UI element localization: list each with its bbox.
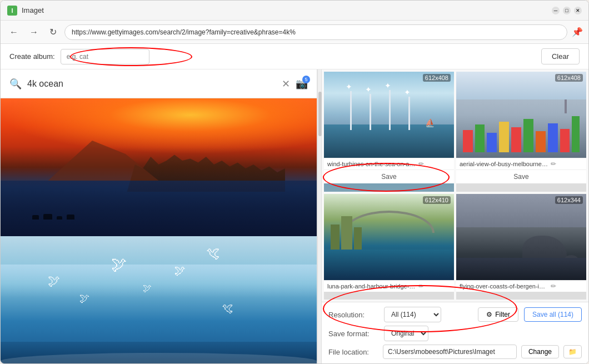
back-button[interactable]: ← [6, 25, 22, 39]
search-icon: 🔍 [9, 78, 22, 90]
save-button-0[interactable]: Save [324, 169, 454, 183]
image-dims-0: 612x408 [423, 74, 451, 82]
window-controls: ─ □ ✕ [552, 7, 582, 14]
file-location-label: File location: [328, 348, 378, 356]
resolution-label: Resolution: [328, 311, 378, 319]
app-icon: I [7, 6, 17, 16]
edit-icon-3[interactable]: ✏ [551, 282, 556, 290]
edit-icon-0[interactable]: ✏ [418, 160, 424, 168]
filter-icon: ⚙ [486, 311, 492, 318]
close-button[interactable]: ✕ [574, 7, 582, 14]
image-dims-3: 612x344 [555, 196, 583, 204]
caption-text-3: flying-over-coasts-of-bergen-in-th [460, 283, 548, 290]
main-window: I Imaget ─ □ ✕ ← → ↻ 📌 Create album: Cle… [0, 0, 589, 364]
grid-item-luna-park: 612x410 luna-park-and-harbour-bridge-in-… [324, 194, 454, 300]
grid-item-bergen: 612x344 flying-over-coasts-of-bergen-in-… [456, 194, 586, 300]
caption-text-2: luna-park-and-harbour-bridge-in-s [327, 283, 416, 290]
left-image-bottom: 🕊 🕊 🕊 🕊 🕊 🕊 🕊 [1, 236, 317, 363]
change-button[interactable]: Change [521, 345, 559, 358]
file-location-input[interactable] [383, 345, 517, 359]
image-dims-1: 612x408 [555, 74, 583, 82]
minimize-button[interactable]: ─ [552, 7, 560, 14]
left-images-scroll[interactable]: 🕊 🕊 🕊 🕊 🕊 🕊 🕊 [1, 98, 317, 363]
collection-badge: 5 [302, 76, 310, 83]
save-format-select[interactable]: OriginalJPGPNGWEBP [384, 326, 428, 341]
caption-0: wind-turbines-on-the-sea-on-a-sur ✏ [324, 158, 454, 169]
bottom-controls: Resolution: All (114)4K (12)HD (48)Full … [322, 302, 588, 363]
caption-text-1: aerial-view-of-busy-melbourne-po [460, 161, 548, 167]
save-all-button[interactable]: Save all (114) [524, 307, 582, 322]
title-bar: I Imaget ─ □ ✕ [1, 1, 588, 21]
grid-item-melbourne: 612x408 aerial-view-of-busy-melbourne-po… [456, 72, 586, 192]
refresh-button[interactable]: ↻ [46, 24, 60, 39]
edit-icon-2[interactable]: ✏ [418, 282, 424, 290]
image-dims-2: 612x410 [423, 196, 451, 204]
save-button-1[interactable]: Save [456, 169, 586, 183]
left-image-top [1, 98, 317, 236]
caption-3: flying-over-coasts-of-bergen-in-th ✏ [456, 280, 586, 292]
search-input[interactable] [27, 79, 276, 89]
create-album-label: Create album: [9, 52, 55, 61]
file-location-row: File location: Change 📁 [328, 345, 582, 359]
caption-text-0: wind-turbines-on-the-sea-on-a-sur [327, 161, 416, 167]
images-grid: ✦ ✦ ✦ ✦ ⛵ 612x408 wind-turbines-on-the-s… [322, 69, 588, 302]
save-format-row: Save format: OriginalJPGPNGWEBP [328, 326, 582, 341]
left-panel: 🔍 ✕ 📷 5 [1, 69, 317, 363]
url-bar[interactable] [64, 24, 567, 40]
nav-bar: ← → ↻ 📌 [1, 21, 588, 44]
save-format-label: Save format: [328, 330, 378, 338]
filter-label: Filter [495, 311, 510, 318]
collection-button[interactable]: 📷 5 [296, 78, 308, 90]
filter-button[interactable]: ⚙ Filter [478, 307, 518, 322]
grid-item-wind-turbines: ✦ ✦ ✦ ✦ ⛵ 612x408 wind-turbines-on-the-s… [324, 72, 454, 192]
window-title: Imaget [22, 6, 547, 14]
search-bar: 🔍 ✕ 📷 5 [1, 69, 317, 98]
pin-button[interactable]: 📌 [572, 27, 583, 37]
album-input[interactable] [61, 49, 149, 64]
right-panel: ✦ ✦ ✦ ✦ ⛵ 612x408 wind-turbines-on-the-s… [322, 69, 588, 363]
forward-button[interactable]: → [26, 25, 42, 39]
caption-2: luna-park-and-harbour-bridge-in-s ✏ [324, 280, 454, 292]
caption-1: aerial-view-of-busy-melbourne-po ✏ [456, 158, 586, 169]
scroll-divider [317, 69, 322, 363]
resolution-select[interactable]: All (114)4K (12)HD (48)Full HD (54) [384, 307, 441, 322]
clear-button[interactable]: Clear [541, 48, 580, 64]
search-clear-button[interactable]: ✕ [282, 78, 290, 90]
edit-icon-1[interactable]: ✏ [551, 160, 556, 168]
resolution-row: Resolution: All (114)4K (12)HD (48)Full … [328, 307, 582, 322]
maximize-button[interactable]: □ [563, 7, 571, 14]
folder-button[interactable]: 📁 [563, 345, 582, 358]
main-content: 🔍 ✕ 📷 5 [1, 69, 588, 363]
album-bar: Create album: Clear [1, 44, 588, 69]
